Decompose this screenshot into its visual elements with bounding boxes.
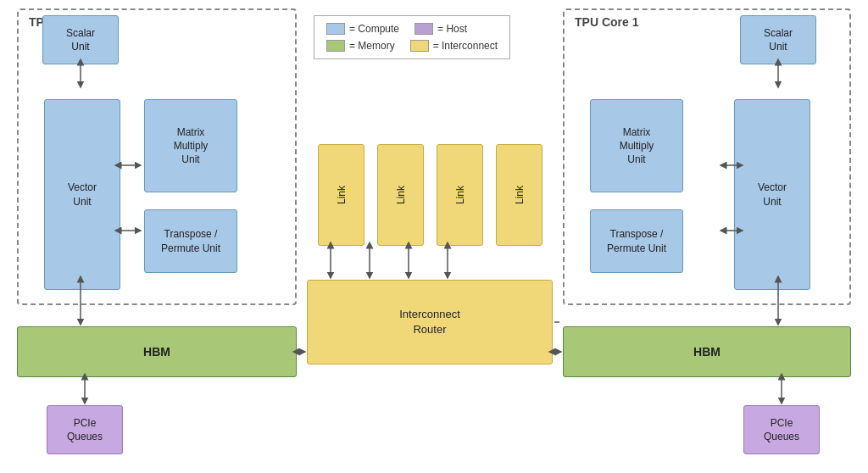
legend-compute-label: = Compute: [349, 23, 399, 35]
compute-color-box: [326, 23, 345, 35]
legend-memory-label: = Memory: [349, 40, 395, 52]
matrix-unit-0: MatrixMultiplyUnit: [144, 99, 237, 192]
interconnect-color-box: [410, 40, 429, 52]
pcie-1: PCIeQueues: [743, 405, 820, 454]
vector-unit-0: Vector Unit: [44, 99, 120, 290]
hbm-1: HBM: [563, 326, 851, 377]
transpose-unit-1: Transpose /Permute Unit: [590, 209, 683, 273]
memory-color-box: [326, 40, 345, 52]
legend-row-2: = Memory = Interconnect: [326, 40, 498, 52]
legend-host: = Host: [415, 23, 467, 35]
legend-interconnect-label: = Interconnect: [433, 40, 498, 52]
hbm-0: HBM: [17, 326, 297, 377]
legend: = Compute = Host = Memory = Interconnect: [314, 15, 510, 59]
scalar-unit-1: ScalarUnit: [740, 15, 816, 64]
vector-unit-1: VectorUnit: [734, 99, 810, 290]
transpose-unit-0: Transpose /Permute Unit: [144, 209, 237, 273]
pcie-0: PCIeQueues: [47, 405, 123, 454]
legend-interconnect: = Interconnect: [410, 40, 498, 52]
links-container: Link Link Link Link: [307, 144, 553, 246]
scalar-unit-0: ScalarUnit: [42, 15, 119, 64]
interconnect-router: InterconnectRouter: [307, 280, 553, 364]
link-1: Link: [377, 144, 424, 246]
legend-memory: = Memory: [326, 40, 395, 52]
link-3: Link: [496, 144, 542, 246]
host-color-box: [415, 23, 433, 35]
tpu-core-1-label: TPU Core 1: [575, 15, 638, 29]
link-0: Link: [318, 144, 364, 246]
legend-row-1: = Compute = Host: [326, 23, 498, 35]
legend-host-label: = Host: [437, 23, 467, 35]
link-2: Link: [437, 144, 483, 246]
matrix-unit-1: MatrixMultiplyUnit: [590, 99, 683, 192]
legend-compute: = Compute: [326, 23, 399, 35]
diagram: = Compute = Host = Memory = Interconnect…: [0, 0, 868, 473]
